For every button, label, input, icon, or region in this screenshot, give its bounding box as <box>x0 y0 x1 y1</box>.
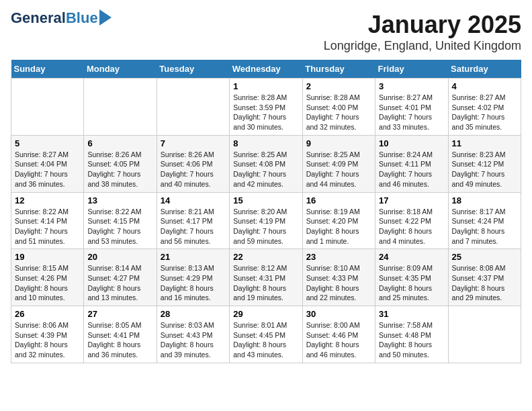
day-info: Sunrise: 8:26 AM Sunset: 4:05 PM Dayligh… <box>87 150 152 189</box>
day-info: Sunrise: 8:21 AM Sunset: 4:17 PM Dayligh… <box>161 207 226 246</box>
calendar-cell: 29Sunrise: 8:01 AM Sunset: 4:45 PM Dayli… <box>230 306 302 363</box>
day-number: 20 <box>87 252 152 262</box>
calendar-cell: 18Sunrise: 8:17 AM Sunset: 4:24 PM Dayli… <box>448 192 521 249</box>
calendar-cell: 12Sunrise: 8:22 AM Sunset: 4:14 PM Dayli… <box>11 192 84 249</box>
day-info: Sunrise: 8:25 AM Sunset: 4:08 PM Dayligh… <box>233 150 298 189</box>
page-title: January 2025 <box>324 11 521 39</box>
calendar-cell: 8Sunrise: 8:25 AM Sunset: 4:08 PM Daylig… <box>230 135 302 192</box>
calendar-day-header: Sunday <box>11 60 84 79</box>
day-number: 24 <box>379 252 444 262</box>
day-info: Sunrise: 8:08 AM Sunset: 4:37 PM Dayligh… <box>452 263 517 303</box>
day-number: 10 <box>379 138 444 148</box>
day-number: 6 <box>87 138 152 148</box>
calendar-cell: 7Sunrise: 8:26 AM Sunset: 4:06 PM Daylig… <box>157 135 229 192</box>
calendar-day-header: Tuesday <box>157 60 229 79</box>
day-info: Sunrise: 8:19 AM Sunset: 4:20 PM Dayligh… <box>306 207 371 246</box>
day-info: Sunrise: 8:15 AM Sunset: 4:26 PM Dayligh… <box>15 263 80 303</box>
calendar-cell: 13Sunrise: 8:22 AM Sunset: 4:15 PM Dayli… <box>84 192 157 249</box>
day-number: 22 <box>233 252 298 262</box>
calendar-cell <box>84 79 157 136</box>
calendar-cell: 31Sunrise: 7:58 AM Sunset: 4:48 PM Dayli… <box>375 306 448 363</box>
day-info: Sunrise: 8:14 AM Sunset: 4:27 PM Dayligh… <box>87 263 152 303</box>
day-info: Sunrise: 8:20 AM Sunset: 4:19 PM Dayligh… <box>233 207 298 246</box>
day-info: Sunrise: 8:25 AM Sunset: 4:09 PM Dayligh… <box>306 150 371 189</box>
day-info: Sunrise: 8:05 AM Sunset: 4:41 PM Dayligh… <box>87 320 152 360</box>
calendar-day-header: Monday <box>84 60 157 79</box>
calendar-cell: 27Sunrise: 8:05 AM Sunset: 4:41 PM Dayli… <box>84 306 157 363</box>
day-info: Sunrise: 8:09 AM Sunset: 4:35 PM Dayligh… <box>379 263 444 303</box>
calendar-cell: 24Sunrise: 8:09 AM Sunset: 4:35 PM Dayli… <box>375 249 448 306</box>
day-number: 7 <box>161 138 226 148</box>
calendar-cell: 9Sunrise: 8:25 AM Sunset: 4:09 PM Daylig… <box>302 135 375 192</box>
day-number: 16 <box>306 195 371 205</box>
calendar-week-row: 26Sunrise: 8:06 AM Sunset: 4:39 PM Dayli… <box>11 306 521 363</box>
calendar-week-row: 19Sunrise: 8:15 AM Sunset: 4:26 PM Dayli… <box>11 249 521 306</box>
day-number: 25 <box>452 252 517 262</box>
calendar-cell <box>448 306 521 363</box>
day-number: 19 <box>15 252 80 262</box>
day-number: 21 <box>161 252 226 262</box>
day-info: Sunrise: 8:26 AM Sunset: 4:06 PM Dayligh… <box>161 150 226 189</box>
day-number: 11 <box>452 138 517 148</box>
day-number: 17 <box>379 195 444 205</box>
calendar-cell: 19Sunrise: 8:15 AM Sunset: 4:26 PM Dayli… <box>11 249 84 306</box>
calendar-cell: 25Sunrise: 8:08 AM Sunset: 4:37 PM Dayli… <box>448 249 521 306</box>
day-info: Sunrise: 8:28 AM Sunset: 4:00 PM Dayligh… <box>306 93 371 132</box>
day-number: 3 <box>379 81 444 91</box>
day-number: 18 <box>452 195 517 205</box>
day-info: Sunrise: 8:03 AM Sunset: 4:43 PM Dayligh… <box>161 320 226 360</box>
calendar-week-row: 12Sunrise: 8:22 AM Sunset: 4:14 PM Dayli… <box>11 192 521 249</box>
calendar-day-header: Saturday <box>448 60 521 79</box>
day-info: Sunrise: 8:00 AM Sunset: 4:46 PM Dayligh… <box>306 320 371 360</box>
day-info: Sunrise: 8:27 AM Sunset: 4:02 PM Dayligh… <box>452 93 517 132</box>
calendar-cell: 10Sunrise: 8:24 AM Sunset: 4:11 PM Dayli… <box>375 135 448 192</box>
calendar-day-header: Wednesday <box>230 60 302 79</box>
calendar-week-row: 5Sunrise: 8:27 AM Sunset: 4:04 PM Daylig… <box>11 135 521 192</box>
calendar-cell: 20Sunrise: 8:14 AM Sunset: 4:27 PM Dayli… <box>84 249 157 306</box>
calendar-cell <box>157 79 229 136</box>
day-number: 1 <box>233 81 298 91</box>
day-info: Sunrise: 8:24 AM Sunset: 4:11 PM Dayligh… <box>379 150 444 189</box>
day-info: Sunrise: 8:22 AM Sunset: 4:14 PM Dayligh… <box>15 207 80 246</box>
calendar-cell: 30Sunrise: 8:00 AM Sunset: 4:46 PM Dayli… <box>302 306 375 363</box>
day-number: 31 <box>379 309 444 319</box>
calendar-cell: 16Sunrise: 8:19 AM Sunset: 4:20 PM Dayli… <box>302 192 375 249</box>
calendar-cell: 2Sunrise: 8:28 AM Sunset: 4:00 PM Daylig… <box>302 79 375 136</box>
calendar-cell: 15Sunrise: 8:20 AM Sunset: 4:19 PM Dayli… <box>230 192 302 249</box>
day-info: Sunrise: 8:27 AM Sunset: 4:01 PM Dayligh… <box>379 93 444 132</box>
day-number: 12 <box>15 195 80 205</box>
title-block: January 2025 Longridge, England, United … <box>324 11 521 53</box>
day-number: 9 <box>306 138 371 148</box>
day-info: Sunrise: 8:12 AM Sunset: 4:31 PM Dayligh… <box>233 263 298 303</box>
day-info: Sunrise: 8:28 AM Sunset: 3:59 PM Dayligh… <box>233 93 298 132</box>
day-number: 28 <box>161 309 226 319</box>
day-info: Sunrise: 8:22 AM Sunset: 4:15 PM Dayligh… <box>87 207 152 246</box>
calendar-day-header: Thursday <box>302 60 375 79</box>
calendar-cell: 5Sunrise: 8:27 AM Sunset: 4:04 PM Daylig… <box>11 135 84 192</box>
logo-arrow-icon <box>99 9 112 26</box>
calendar-cell <box>11 79 84 136</box>
day-number: 2 <box>306 81 371 91</box>
day-info: Sunrise: 8:06 AM Sunset: 4:39 PM Dayligh… <box>15 320 80 360</box>
calendar-cell: 1Sunrise: 8:28 AM Sunset: 3:59 PM Daylig… <box>230 79 302 136</box>
day-number: 30 <box>306 309 371 319</box>
day-number: 15 <box>233 195 298 205</box>
day-info: Sunrise: 7:58 AM Sunset: 4:48 PM Dayligh… <box>379 320 444 360</box>
day-number: 26 <box>15 309 80 319</box>
calendar-cell: 11Sunrise: 8:23 AM Sunset: 4:12 PM Dayli… <box>448 135 521 192</box>
day-info: Sunrise: 8:13 AM Sunset: 4:29 PM Dayligh… <box>161 263 226 303</box>
day-number: 4 <box>452 81 517 91</box>
calendar-cell: 3Sunrise: 8:27 AM Sunset: 4:01 PM Daylig… <box>375 79 448 136</box>
day-number: 5 <box>15 138 80 148</box>
calendar-cell: 17Sunrise: 8:18 AM Sunset: 4:22 PM Dayli… <box>375 192 448 249</box>
calendar-day-header: Friday <box>375 60 448 79</box>
day-info: Sunrise: 8:01 AM Sunset: 4:45 PM Dayligh… <box>233 320 298 360</box>
day-info: Sunrise: 8:27 AM Sunset: 4:04 PM Dayligh… <box>15 150 80 189</box>
day-number: 27 <box>87 309 152 319</box>
day-info: Sunrise: 8:23 AM Sunset: 4:12 PM Dayligh… <box>452 150 517 189</box>
day-number: 23 <box>306 252 371 262</box>
calendar-cell: 21Sunrise: 8:13 AM Sunset: 4:29 PM Dayli… <box>157 249 229 306</box>
page-subtitle: Longridge, England, United Kingdom <box>324 39 521 53</box>
calendar-cell: 4Sunrise: 8:27 AM Sunset: 4:02 PM Daylig… <box>448 79 521 136</box>
day-info: Sunrise: 8:18 AM Sunset: 4:22 PM Dayligh… <box>379 207 444 246</box>
